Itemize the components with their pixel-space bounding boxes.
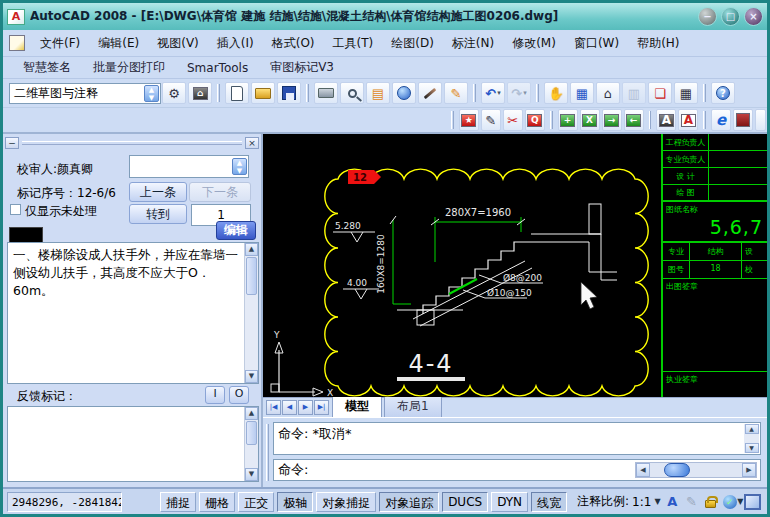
feedback-o-button[interactable]: O <box>229 386 249 404</box>
redline-pen-icon[interactable] <box>418 82 442 104</box>
scroll-thumb[interactable] <box>246 421 257 445</box>
block-editor-icon[interactable]: ⌂ <box>596 82 620 104</box>
toolbar-lock-icon[interactable] <box>703 493 718 511</box>
comment-scrollbar[interactable]: ▲ ▼ <box>244 243 258 383</box>
review-pen-icon[interactable]: ✎ <box>481 109 501 131</box>
scroll-down-icon[interactable]: ▼ <box>245 370 258 383</box>
clipped-icon[interactable] <box>755 109 766 131</box>
menu-help[interactable]: 帮助(H) <box>628 33 688 54</box>
annotation-visibility-icon[interactable]: A <box>665 493 680 511</box>
command-history[interactable]: 命令: *取消* ▲ ▼ <box>273 422 761 455</box>
web-icon[interactable] <box>392 82 416 104</box>
publish-icon[interactable]: ▤ <box>366 82 390 104</box>
scroll-up-icon[interactable]: ▲ <box>245 407 258 420</box>
toolbar-grip[interactable] <box>649 111 652 129</box>
redo-icon[interactable]: ↷▾ <box>507 82 531 104</box>
excel-export-icon[interactable]: X <box>580 109 600 131</box>
menu-dimension[interactable]: 标注(N) <box>443 33 503 54</box>
sketch-pen-icon[interactable]: ✎ <box>444 82 468 104</box>
scroll-thumb[interactable] <box>246 257 257 295</box>
save-icon[interactable] <box>277 82 301 104</box>
menu-batch-plot[interactable]: 批量分图打印 <box>83 58 175 77</box>
tab-first-icon[interactable]: |◀ <box>266 400 281 415</box>
ie-icon[interactable]: e <box>711 109 731 131</box>
markup-sets-icon[interactable]: ❏ <box>648 82 672 104</box>
toggle-otrack[interactable]: 对象追踪 <box>379 492 439 512</box>
open-icon[interactable] <box>251 82 275 104</box>
tool-palettes-icon[interactable]: ▥ <box>622 82 646 104</box>
goto-button[interactable]: 转到 <box>129 204 187 224</box>
panel-minimize-icon[interactable]: − <box>5 137 19 149</box>
minimize-button[interactable]: − <box>698 7 717 26</box>
toolbar-grip[interactable] <box>473 84 476 102</box>
review-find-icon[interactable]: Q <box>525 109 545 131</box>
toolbar-grip[interactable] <box>451 111 454 129</box>
toolbar-grip[interactable] <box>536 84 539 102</box>
hscroll-thumb[interactable] <box>664 463 690 477</box>
workspace-combo[interactable]: 二维草图与注释 ▲▼ <box>9 83 161 104</box>
command-hscrollbar[interactable]: ◀ ▶ <box>635 462 757 478</box>
panel-drag-handle[interactable] <box>22 141 242 145</box>
acad-white-icon[interactable]: A <box>656 109 676 131</box>
scale-dropdown-icon[interactable]: ▼ <box>654 497 660 506</box>
export-back-icon[interactable]: ← <box>624 109 644 131</box>
tab-model[interactable]: 模型 <box>332 395 382 417</box>
feedback-box[interactable]: ▲ ▼ <box>7 406 259 482</box>
toggle-dyn[interactable]: DYN <box>491 492 528 512</box>
menu-review-mark-v3[interactable]: 审图标记V3 <box>260 58 344 77</box>
toolbar-grip[interactable] <box>703 84 706 102</box>
feedback-i-button[interactable]: I <box>205 386 225 404</box>
workspace-settings-icon[interactable]: ⚙ <box>162 82 186 104</box>
scroll-down-icon[interactable]: ▼ <box>245 468 258 481</box>
command-drag-handle[interactable] <box>266 424 269 481</box>
trusted-autodesk-icon[interactable]: ✓ <box>722 493 737 511</box>
command-scrollbar[interactable]: ▲ ▼ <box>744 424 759 453</box>
only-unprocessed-checkbox[interactable] <box>10 204 21 215</box>
plot-icon[interactable] <box>314 82 338 104</box>
toolbar-grip[interactable] <box>703 111 706 129</box>
acad-red-icon[interactable]: A <box>678 109 698 131</box>
menu-edit[interactable]: 编辑(E) <box>89 33 148 54</box>
menu-file[interactable]: 文件(F) <box>31 33 89 54</box>
layers-icon[interactable]: ▦ <box>570 82 594 104</box>
undo-icon[interactable]: ↶▾ <box>481 82 505 104</box>
close-button[interactable]: × <box>744 7 763 26</box>
menu-view[interactable]: 视图(V) <box>148 33 208 54</box>
menu-smartools[interactable]: SmarTools <box>177 60 258 76</box>
plot-preview-icon[interactable] <box>340 82 364 104</box>
tab-prev-icon[interactable]: ◀ <box>282 400 297 415</box>
toggle-snap[interactable]: 捕捉 <box>160 492 196 512</box>
scroll-up-icon[interactable]: ▲ <box>745 424 759 434</box>
toggle-ducs[interactable]: DUCS <box>442 492 488 512</box>
menu-window[interactable]: 窗口(W) <box>565 33 628 54</box>
menu-format[interactable]: 格式(O) <box>263 33 324 54</box>
review-combo[interactable]: ▲▼ <box>129 155 249 178</box>
tab-last-icon[interactable]: ▶| <box>314 400 329 415</box>
toolbar-grip[interactable] <box>550 111 553 129</box>
menu-smart-sign[interactable]: 智慧签名 <box>13 58 81 77</box>
drawing-canvas[interactable]: 12 280X7=1960 5.280 160X <box>263 134 767 397</box>
clean-screen-icon[interactable] <box>744 494 762 510</box>
toggle-osnap[interactable]: 对象捕捉 <box>316 492 376 512</box>
annotation-autoscale-icon[interactable]: ✎ <box>684 493 699 511</box>
insert-doc-icon[interactable]: + <box>558 109 578 131</box>
annotation-scale-value[interactable]: 1:1 <box>632 495 651 509</box>
calculator-icon[interactable]: ▦ <box>674 82 698 104</box>
workspace-spinner-icon[interactable]: ▲▼ <box>144 85 159 102</box>
menu-tools[interactable]: 工具(T) <box>324 33 383 54</box>
menu-draw[interactable]: 绘图(D) <box>382 33 443 54</box>
prev-button[interactable]: 上一条 <box>129 182 187 202</box>
new-file-icon[interactable] <box>225 82 249 104</box>
scroll-up-icon[interactable]: ▲ <box>245 243 258 256</box>
my-workspace-icon[interactable]: ⌂ <box>188 82 212 104</box>
command-input[interactable]: 命令: ◀ ▶ <box>273 459 761 481</box>
tab-layout1[interactable]: 布局1 <box>384 395 442 417</box>
toggle-ortho[interactable]: 正交 <box>238 492 274 512</box>
manual-book-icon[interactable] <box>733 109 753 131</box>
edit-button[interactable]: 编辑 <box>216 221 256 240</box>
review-star-icon[interactable]: ★ <box>459 109 479 131</box>
tab-next-icon[interactable]: ▶ <box>298 400 313 415</box>
review-cut-icon[interactable]: ✂ <box>503 109 523 131</box>
help-icon[interactable]: ? <box>711 82 735 104</box>
toolbar-grip[interactable] <box>217 84 220 102</box>
